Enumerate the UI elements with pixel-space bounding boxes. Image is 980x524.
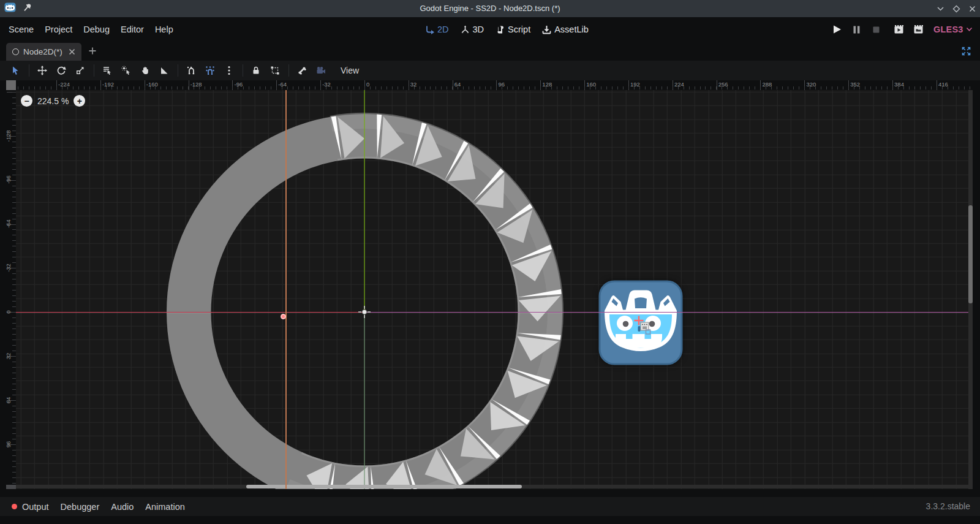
ruler-top-label: -224 xyxy=(58,81,70,88)
menu-debug[interactable]: Debug xyxy=(83,25,110,34)
menu-project[interactable]: Project xyxy=(45,25,72,34)
ruler-top-label: -128 xyxy=(190,81,202,88)
scene-tab-bar: Node2D(*) xyxy=(0,42,980,61)
ss2d-edge-guide[interactable] xyxy=(285,90,287,489)
ruler-top-label: 32 xyxy=(410,81,417,88)
menu-bar: Scene Project Debug Editor Help 2D 3D Sc… xyxy=(0,17,980,42)
ruler-top-label: 384 xyxy=(894,81,904,88)
ruler-top-label: -32 xyxy=(322,81,331,88)
panel-animation[interactable]: Animation xyxy=(145,502,184,512)
smart-snap-button[interactable] xyxy=(184,63,198,78)
ruler-top-label: 256 xyxy=(718,81,728,88)
preview-camera-button[interactable] xyxy=(314,63,328,78)
zoom-out-button[interactable]: − xyxy=(21,95,32,107)
ss2d-control-point[interactable] xyxy=(281,314,286,319)
scene-tab-node2d[interactable]: Node2D(*) xyxy=(6,43,81,61)
group-object-button[interactable] xyxy=(268,63,282,78)
assetlib-icon xyxy=(542,25,551,34)
move-tool-button[interactable] xyxy=(35,63,50,78)
mode-2d-icon xyxy=(425,25,434,34)
ss2d-ring-shape[interactable] xyxy=(16,90,973,489)
v-scrollbar-thumb[interactable] xyxy=(968,205,973,303)
ruler-top-label: 224 xyxy=(674,81,684,88)
ruler-top-label: 320 xyxy=(806,81,816,88)
script-icon xyxy=(496,25,505,34)
mode-assetlib-button[interactable]: AssetLib xyxy=(542,25,589,34)
pause-button[interactable] xyxy=(853,26,860,34)
stop-button[interactable] xyxy=(873,26,880,33)
point-select-button[interactable] xyxy=(119,63,134,78)
scale-tool-button[interactable] xyxy=(73,63,88,78)
window-title: Godot Engine - SS2D - Node2D.tscn (*) xyxy=(0,0,980,17)
panel-debugger[interactable]: Debugger xyxy=(61,502,100,512)
ruler-top-label: 288 xyxy=(763,81,772,88)
window-close-icon[interactable] xyxy=(968,5,976,13)
ruler-top-label: 192 xyxy=(630,81,640,88)
output-alert-dot xyxy=(12,504,17,509)
ruler-top-label: 416 xyxy=(938,81,948,88)
renderer-chevron-icon xyxy=(966,27,973,32)
toolbar-separator xyxy=(178,64,178,77)
menu-scene[interactable]: Scene xyxy=(9,25,34,34)
godot-mouth xyxy=(616,334,662,347)
ruler-left-label: 0 xyxy=(5,310,12,313)
add-scene-tab-button[interactable] xyxy=(88,47,97,55)
godot-icon-sprite[interactable] xyxy=(598,279,684,366)
play-scene-button[interactable] xyxy=(894,25,903,34)
canvas-2d[interactable]: − 224.5 % + xyxy=(16,90,973,489)
lock-object-button[interactable] xyxy=(249,63,263,78)
window-minimize-icon[interactable] xyxy=(937,5,944,13)
ruler-left: -128-96-64-320326496 xyxy=(0,90,16,489)
ruler-top: -224-192-160-128-96-64-32032649612816019… xyxy=(16,80,973,90)
title-bar: Godot Engine - SS2D - Node2D.tscn (*) xyxy=(0,0,980,17)
ruler-left-label: -64 xyxy=(5,219,12,228)
ruler-top-label: 352 xyxy=(850,81,860,88)
ruler-top-label: 96 xyxy=(499,81,505,88)
menu-editor[interactable]: Editor xyxy=(121,25,144,34)
mode-2d-button[interactable]: 2D xyxy=(425,25,449,34)
window-maximize-icon[interactable] xyxy=(952,5,960,13)
ruler-left-label: 96 xyxy=(5,441,12,447)
play-custom-scene-button[interactable] xyxy=(914,25,923,34)
ruler-top-label: 64 xyxy=(454,81,461,88)
ruler-top-label: -64 xyxy=(278,81,287,88)
ruler-left-label: -32 xyxy=(5,264,12,272)
rotate-tool-button[interactable] xyxy=(54,63,69,78)
toolbar-separator xyxy=(288,64,289,77)
zoom-in-button[interactable]: + xyxy=(74,95,85,107)
list-select-button[interactable] xyxy=(100,63,115,78)
bottom-bar: Output Debugger Audio Animation 3.3.2.st… xyxy=(0,489,980,524)
v-scrollbar-track[interactable] xyxy=(968,90,973,489)
panel-audio[interactable]: Audio xyxy=(111,502,134,512)
ruler-top-label: -96 xyxy=(234,81,243,88)
bone-tool-button[interactable] xyxy=(295,63,309,78)
zoom-level-label[interactable]: 224.5 % xyxy=(37,96,69,106)
play-button[interactable] xyxy=(833,25,841,34)
canvas-viewport: -224-192-160-128-96-64-32032649612816019… xyxy=(0,80,980,489)
select-tool-button[interactable] xyxy=(8,63,23,78)
mode-script-button[interactable]: Script xyxy=(496,25,530,34)
mode-3d-button[interactable]: 3D xyxy=(461,25,484,34)
view-menu-button[interactable]: View xyxy=(341,66,359,75)
mode-3d-icon xyxy=(461,25,470,34)
panel-output[interactable]: Output xyxy=(22,502,49,512)
h-scrollbar-track[interactable] xyxy=(16,485,973,488)
x-axis-underline xyxy=(16,313,973,313)
toolbar-separator xyxy=(243,64,243,77)
tab-close-icon[interactable] xyxy=(69,48,75,55)
ruler-left-label: -96 xyxy=(5,176,12,184)
ruler-tool-button[interactable] xyxy=(157,63,172,78)
menu-help[interactable]: Help xyxy=(155,25,173,34)
origin-gizmo xyxy=(357,305,372,319)
ruler-top-label: 160 xyxy=(586,81,596,88)
pan-tool-button[interactable] xyxy=(138,63,153,78)
h-scrollbar-thumb[interactable] xyxy=(246,485,522,488)
version-label: 3.3.2.stable xyxy=(926,497,970,516)
ruler-top-label: -160 xyxy=(146,81,158,88)
grid-snap-button[interactable] xyxy=(203,63,217,78)
scrollbar-corner xyxy=(6,485,16,489)
distraction-free-icon[interactable] xyxy=(962,47,971,56)
snap-options-button[interactable] xyxy=(222,63,236,78)
ruler-left-label: 32 xyxy=(5,353,12,360)
renderer-selector[interactable]: GLES3 xyxy=(933,25,963,34)
